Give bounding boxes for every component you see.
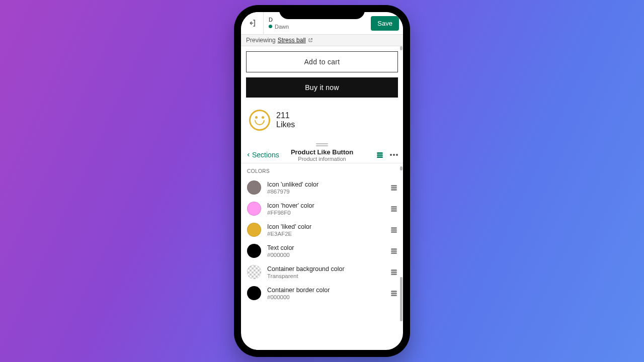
chevron-left-icon xyxy=(246,152,251,158)
color-setting-row[interactable]: Icon 'liked' color#E3AF2E xyxy=(247,219,397,240)
settings-scrollbar-top[interactable] xyxy=(400,166,403,170)
color-swatch[interactable] xyxy=(247,265,261,279)
color-value: #867979 xyxy=(267,189,385,195)
color-swatch[interactable] xyxy=(247,244,261,258)
color-text: Icon 'unliked' color#867979 xyxy=(267,181,385,195)
theme-name: Dawn xyxy=(275,24,289,30)
theme-status: Dawn xyxy=(269,24,367,30)
color-setting-row[interactable]: Icon 'hover' color#FF98F0 xyxy=(247,198,397,219)
preview-pane: Add to cart Buy it now 211 Likes xyxy=(241,46,403,141)
connect-dynamic-source-button[interactable] xyxy=(391,291,397,296)
likes-count: 211 xyxy=(276,111,295,120)
preview-scrollbar[interactable] xyxy=(400,46,403,50)
color-value: #E3AF2E xyxy=(267,231,385,237)
settings-pane: COLORS Icon 'unliked' color#867979Icon '… xyxy=(241,163,403,322)
sections-back-button[interactable]: Sections xyxy=(246,151,279,159)
section-subtitle: Product information xyxy=(291,156,353,162)
color-value: #000000 xyxy=(267,252,385,258)
color-label: Icon 'liked' color xyxy=(267,223,385,230)
color-label: Container background color xyxy=(267,265,385,273)
color-swatch[interactable] xyxy=(247,180,261,195)
color-label: Icon 'unliked' color xyxy=(267,181,385,188)
section-header: Sections Product Like Button Product inf… xyxy=(241,149,403,163)
connect-dynamic-source-button[interactable] xyxy=(391,269,397,275)
color-text: Text color#000000 xyxy=(267,244,385,258)
preview-prefix: Previewing xyxy=(246,37,276,44)
external-link-icon xyxy=(308,38,313,43)
save-button[interactable]: Save xyxy=(371,16,399,31)
phone-frame: D Dawn Save Previewing Stress ball xyxy=(234,5,410,357)
color-setting-row[interactable]: Text color#000000 xyxy=(247,240,397,261)
color-text: Icon 'liked' color#E3AF2E xyxy=(267,223,385,237)
color-setting-row[interactable]: Container border color#000000 xyxy=(247,283,397,304)
color-label: Container border color xyxy=(267,287,385,294)
color-setting-row[interactable]: Container background colorTransparent xyxy=(247,261,397,283)
add-to-cart-button[interactable]: Add to cart xyxy=(246,51,398,72)
likes-text: 211 Likes xyxy=(276,111,295,130)
smiley-icon xyxy=(249,110,270,131)
section-title-block: Product Like Button Product information xyxy=(291,148,353,162)
phone-notch xyxy=(279,5,365,19)
likes-block: 211 Likes xyxy=(246,110,398,131)
exit-editor-button[interactable] xyxy=(241,12,264,34)
sections-back-label: Sections xyxy=(252,151,279,159)
color-value: Transparent xyxy=(267,273,385,279)
connect-dynamic-source-button[interactable] xyxy=(391,227,397,233)
color-label: Text color xyxy=(267,244,385,251)
color-label: Icon 'hover' color xyxy=(267,202,385,209)
color-setting-row[interactable]: Icon 'unliked' color#867979 xyxy=(247,177,397,198)
color-value: #FF98F0 xyxy=(267,210,385,216)
connect-dynamic-source-button[interactable] xyxy=(391,248,397,254)
connect-dynamic-source-button[interactable] xyxy=(391,206,397,212)
section-title: Product Like Button xyxy=(291,148,353,156)
preview-bar: Previewing Stress ball xyxy=(241,35,403,46)
likes-label: Likes xyxy=(276,120,295,129)
color-swatch[interactable] xyxy=(247,223,261,237)
connect-dynamic-source-button[interactable] xyxy=(391,185,397,191)
color-text: Container border color#000000 xyxy=(267,287,385,300)
color-value: #000000 xyxy=(267,294,385,300)
dynamic-source-icon[interactable] xyxy=(377,152,383,158)
color-swatch[interactable] xyxy=(247,202,261,216)
settings-group-title: COLORS xyxy=(247,168,397,174)
exit-icon xyxy=(248,19,257,28)
phone-screen: D Dawn Save Previewing Stress ball xyxy=(241,12,403,350)
status-dot-icon xyxy=(269,25,272,28)
color-text: Icon 'hover' color#FF98F0 xyxy=(267,202,385,216)
buy-now-button[interactable]: Buy it now xyxy=(246,77,398,98)
page-background: D Dawn Save Previewing Stress ball xyxy=(0,0,644,362)
more-actions-button[interactable] xyxy=(390,154,398,156)
settings-scrollbar[interactable] xyxy=(400,277,403,321)
color-swatch[interactable] xyxy=(247,286,261,300)
color-text: Container background colorTransparent xyxy=(267,265,385,279)
preview-product-link[interactable]: Stress ball xyxy=(278,37,306,44)
